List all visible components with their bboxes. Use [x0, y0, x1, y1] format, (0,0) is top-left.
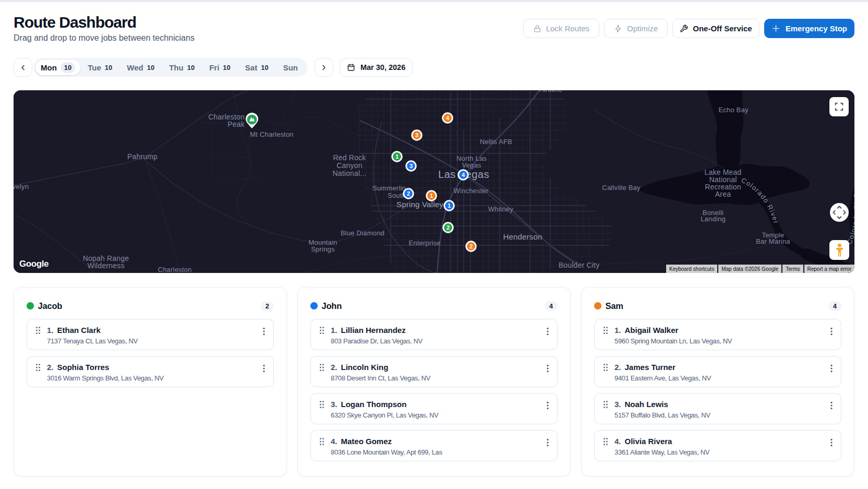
svg-text:1: 1: [448, 202, 451, 209]
svg-text:Bar Marina: Bar Marina: [756, 237, 790, 245]
svg-text:Airoline: Airoline: [539, 90, 563, 93]
svg-text:Vegas: Vegas: [462, 161, 481, 169]
svg-text:Wilderness: Wilderness: [87, 261, 124, 270]
svg-text:Enterprise: Enterprise: [408, 239, 440, 247]
svg-text:4: 4: [446, 115, 450, 121]
svg-text:Nellis AFB: Nellis AFB: [480, 138, 512, 146]
svg-text:Henderson: Henderson: [503, 232, 542, 241]
svg-text:4: 4: [462, 172, 465, 178]
svg-text:Echo Bay: Echo Bay: [718, 106, 749, 114]
svg-text:Area: Area: [715, 190, 731, 198]
svg-text:Peak: Peak: [227, 120, 245, 128]
svg-text:Landing: Landing: [701, 215, 726, 223]
svg-text:Springs: Springs: [311, 245, 335, 253]
svg-text:Canyon: Canyon: [336, 161, 362, 170]
svg-text:Winchester: Winchester: [453, 187, 488, 195]
svg-text:National...: National...: [332, 169, 366, 177]
svg-text:2: 2: [447, 224, 450, 231]
svg-text:Pahrump: Pahrump: [127, 152, 158, 161]
svg-text:Callville Bay: Callville Bay: [602, 184, 641, 192]
svg-text:2: 2: [469, 243, 473, 249]
svg-text:Blue Diamond: Blue Diamond: [341, 229, 384, 237]
svg-text:2: 2: [407, 190, 410, 197]
svg-text:3: 3: [409, 163, 413, 169]
svg-text:Mt Charleston: Mt Charleston: [250, 130, 294, 138]
svg-text:Boulder City: Boulder City: [559, 261, 600, 269]
svg-text:1: 1: [430, 193, 433, 199]
svg-text:Charleston: Charleston: [158, 266, 192, 273]
svg-text:3: 3: [415, 132, 418, 138]
svg-text:Whitney: Whitney: [488, 205, 514, 213]
svg-text:Red Rock: Red Rock: [333, 153, 366, 162]
svg-text:Evelyn: Evelyn: [14, 183, 29, 190]
svg-text:Spring Valley: Spring Valley: [396, 200, 443, 209]
svg-text:1: 1: [395, 153, 399, 160]
svg-text:Summerlin: Summerlin: [372, 184, 406, 192]
